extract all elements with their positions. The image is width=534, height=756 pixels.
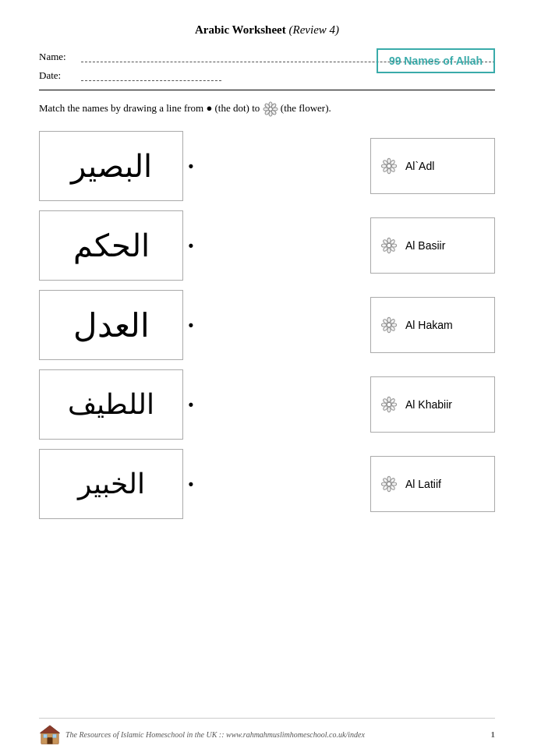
footer-text: The Resources of Islamic Homeschool in t… [65,730,365,739]
english-label-1: Al`Adl [405,160,434,172]
arabic-box-5: الخبير • [39,449,183,519]
english-label-2: Al Basiir [405,239,445,252]
flower-icon-3 [380,316,398,334]
flower-icon-5 [380,475,398,493]
arabic-box-2: الحكم • [39,210,183,281]
dot-3: • [189,317,193,334]
english-label-4: Al Khabiir [405,398,452,411]
page-number: 1 [491,730,496,739]
dot-1: • [189,158,193,175]
instruction-text: Match the names by drawing a line from ●… [39,101,495,117]
flower-icon-2 [380,237,398,254]
home-logo-icon [39,723,61,745]
english-box-2: Al Basiir [370,217,495,274]
arabic-box-3: العدل • [39,290,183,360]
match-row-3: العدل • Al Hakam [39,290,495,360]
names-badge: 99 Names of Allah [377,48,495,73]
dot-5: • [189,476,193,493]
flower-icon-instruction [263,101,278,117]
arabic-text-2: الحكم [73,228,150,263]
dot-2: • [189,238,193,254]
english-box-1: Al`Adl [370,138,495,194]
english-label-3: Al Hakam [405,319,453,331]
match-row: البصير • Al`Adl [39,131,495,201]
arabic-text-5: الخبير [78,468,145,500]
match-row-2: الحكم • Al Basiir [39,210,495,281]
date-line [81,70,221,81]
match-row-4: اللطيف • Al Khabiir [39,369,495,440]
english-label-5: Al Latiif [405,478,441,490]
name-label: Name: [39,51,78,63]
arabic-text-4: اللطيف [68,388,154,421]
flower-icon-1 [380,157,398,175]
date-label: Date: [39,69,78,82]
arabic-box-4: اللطيف • [39,369,183,440]
english-box-3: Al Hakam [370,297,495,353]
svg-rect-56 [48,737,53,744]
arabic-box-1: البصير • [39,131,183,201]
footer-left: The Resources of Islamic Homeschool in t… [39,723,365,745]
dot-4: • [189,397,193,413]
english-box-4: Al Khabiir [370,376,495,433]
page-title: Arabic Worksheet (Review 4) [39,23,495,37]
arabic-text-3: العدل [73,306,150,344]
english-box-5: Al Latiif [370,456,495,512]
flower-icon-4 [380,396,398,413]
svg-rect-57 [44,734,48,738]
match-area: البصير • Al`Adl [39,131,495,519]
svg-marker-55 [40,726,59,733]
match-row-5: الخبير • Al Latiif [39,449,495,519]
arabic-text-1: البصير [71,148,152,184]
worksheet-page: Arabic Worksheet (Review 4) Name: 99 Nam… [0,0,534,756]
page-footer: The Resources of Islamic Homeschool in t… [39,718,495,745]
section-divider [39,90,495,90]
svg-rect-58 [53,734,57,738]
badge-container: 99 Names of Allah [377,48,495,73]
